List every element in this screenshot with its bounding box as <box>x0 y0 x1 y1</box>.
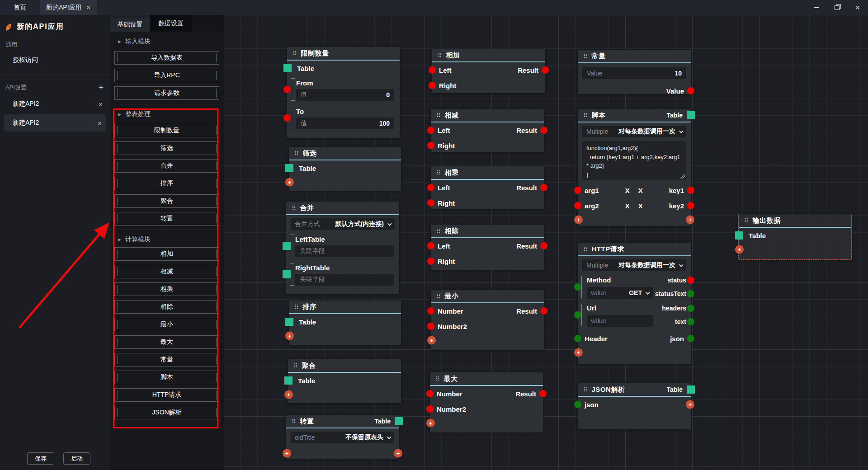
module-button-筛选[interactable]: 筛选 <box>114 141 219 155</box>
node-divide[interactable]: ⠿相除LeftResultRight <box>431 225 544 270</box>
delete-x-icon[interactable]: X <box>638 202 643 210</box>
table-input-port[interactable] <box>284 376 292 385</box>
node-header-limit[interactable]: ⠿限制数量 <box>287 47 400 61</box>
node-min[interactable]: ⠿最小NumberResultNumber2+ <box>431 290 544 350</box>
collapse-triangle-icon[interactable]: ▶ <box>118 39 121 44</box>
module-button-相乘[interactable]: 相乘 <box>114 282 219 296</box>
script-code-editor[interactable]: function(arg1,arg2){ return {key1:arg1 +… <box>582 141 686 180</box>
tab-api-app[interactable]: 新的API应用 × <box>40 0 97 15</box>
add-input-button[interactable]: + <box>735 245 744 254</box>
input-port-Right[interactable] <box>427 199 434 207</box>
node-header-output[interactable]: ⠿输出数据 <box>739 214 851 228</box>
node-max[interactable]: ⠿最大NumberResultNumber2+ <box>430 372 543 432</box>
add-output-button[interactable]: + <box>686 216 694 224</box>
node-subtract[interactable]: ⠿相减LeftResultRight <box>431 109 544 152</box>
node-header-divide[interactable]: ⠿相除 <box>431 225 544 238</box>
api-item-0[interactable]: 新建API2× <box>0 96 110 112</box>
drag-handle-icon[interactable]: ⠿ <box>292 205 296 211</box>
add-input-button[interactable]: + <box>285 178 294 187</box>
node-header-subtract[interactable]: ⠿相减 <box>431 109 544 122</box>
drag-handle-icon[interactable]: ⠿ <box>436 170 441 176</box>
minimize-button[interactable] <box>806 0 826 15</box>
group-field-Url[interactable]: value <box>587 315 653 327</box>
node-jsonparse[interactable]: ⠿JSON解析Tablejson+ <box>578 383 691 429</box>
output-port-headers[interactable] <box>687 305 694 312</box>
tab-basic-settings[interactable]: 基础设置 <box>110 18 150 32</box>
group-input-port-Method[interactable] <box>574 283 581 291</box>
key-output-port[interactable] <box>687 187 694 194</box>
node-transpose[interactable]: ⠿转置TableoldTitle不保留原表头++ <box>286 415 399 459</box>
node-header-max[interactable]: ⠿最大 <box>430 372 543 386</box>
node-header-multiply[interactable]: ⠿相乘 <box>431 166 544 180</box>
table-output-port[interactable] <box>687 111 695 119</box>
add-input-button[interactable]: + <box>285 332 294 340</box>
drag-handle-icon[interactable]: ⠿ <box>436 293 441 299</box>
group-field-RightTable[interactable]: 关联字段 <box>295 274 394 286</box>
close-button[interactable]: × <box>847 0 868 15</box>
key-output-port[interactable] <box>687 202 694 209</box>
select-oldTitle[interactable]: oldTitle不保留原表头 <box>291 432 394 443</box>
input-port-Number2[interactable] <box>427 323 434 330</box>
output-port-text[interactable] <box>687 318 694 325</box>
node-header-sort[interactable]: ⠿排序 <box>289 301 401 314</box>
sidebar-item-authorized-access[interactable]: 授权访问 <box>0 52 110 68</box>
arg-input-port[interactable] <box>574 202 581 209</box>
node-sort[interactable]: ⠿排序Table+ <box>289 301 401 345</box>
output-port-Result[interactable] <box>540 184 547 191</box>
save-button[interactable]: 保存 <box>27 452 54 465</box>
group-input-port-To[interactable] <box>283 114 291 122</box>
module-button-转置[interactable]: 转置 <box>114 212 219 226</box>
add-input-button[interactable]: + <box>284 390 293 399</box>
input-port-Header[interactable] <box>574 335 581 342</box>
module-button-HTTP请求[interactable]: HTTP请求 <box>114 388 219 402</box>
add-input-button[interactable]: + <box>283 449 291 458</box>
module-button-JSON解析[interactable]: JSON解析 <box>114 406 219 419</box>
node-multiply[interactable]: ⠿相乘LeftResultRight <box>431 166 544 209</box>
group-field-From[interactable]: 值0 <box>296 89 394 101</box>
input-port-Left[interactable] <box>429 66 436 74</box>
input-port-Right[interactable] <box>427 258 434 265</box>
input-port-Number[interactable] <box>426 390 434 397</box>
drag-handle-icon[interactable]: ⠿ <box>292 51 297 56</box>
node-header-http[interactable]: ⠿HTTP请求 <box>578 243 691 256</box>
node-header-filter[interactable]: ⠿筛选 <box>289 147 401 160</box>
add-input-button[interactable]: + <box>426 419 435 428</box>
drag-handle-icon[interactable]: ⠿ <box>292 418 296 424</box>
inline-select-value[interactable]: GET <box>629 289 649 296</box>
collapse-triangle-icon[interactable]: ▶ <box>118 237 121 242</box>
module-button-相除[interactable]: 相除 <box>114 300 219 314</box>
module-button-合并[interactable]: 合并 <box>114 159 219 173</box>
delete-x-icon[interactable]: X <box>625 202 630 210</box>
group-input-port-RightTable[interactable] <box>283 270 291 278</box>
start-button[interactable]: 启动 <box>63 452 90 465</box>
module-button-相减[interactable]: 相减 <box>114 265 219 278</box>
table-input-port[interactable] <box>285 318 293 326</box>
drag-handle-icon[interactable]: ⠿ <box>583 113 588 118</box>
drag-handle-icon[interactable]: ⠿ <box>583 387 588 393</box>
node-header-min[interactable]: ⠿最小 <box>431 290 544 303</box>
tab-data-settings[interactable]: 数据设置 <box>150 15 192 32</box>
select-Multiple[interactable]: Multiple对每条数据调用一次 <box>582 259 686 271</box>
select-合并方式[interactable]: 合并方式默认方式(内连接) <box>291 218 395 230</box>
delete-x-icon[interactable]: X <box>625 187 630 194</box>
drag-handle-icon[interactable]: ⠿ <box>435 376 440 382</box>
node-add[interactable]: ⠿相加LeftResultRight <box>432 49 545 93</box>
module-button-最小[interactable]: 最小 <box>114 318 219 331</box>
drag-handle-icon[interactable]: ⠿ <box>438 52 442 58</box>
input-port-Left[interactable] <box>427 184 434 191</box>
group-field-Method[interactable]: valueGET <box>587 287 653 299</box>
group-input-port-From[interactable] <box>283 86 291 93</box>
output-port-json[interactable] <box>687 335 694 342</box>
module-button-排序[interactable]: 排序 <box>114 177 219 190</box>
drag-handle-icon[interactable]: ⠿ <box>744 218 749 224</box>
group-input-port-Url[interactable] <box>574 311 581 319</box>
add-input-button[interactable]: + <box>427 336 436 345</box>
input-port-Number2[interactable] <box>426 405 434 413</box>
drag-handle-icon[interactable]: ⠿ <box>294 304 299 310</box>
node-merge[interactable]: ⠿合并合并方式默认方式(内连接)LeftTable关联字段RightTable关… <box>286 202 399 294</box>
node-http[interactable]: ⠿HTTP请求Multiple对每条数据调用一次MethodvalueGETst… <box>578 243 691 364</box>
delete-x-icon[interactable]: X <box>638 187 643 194</box>
arg-input-port[interactable] <box>574 187 581 194</box>
node-header-aggregate[interactable]: ⠿聚合 <box>288 359 401 373</box>
table-output-port[interactable] <box>395 417 403 425</box>
